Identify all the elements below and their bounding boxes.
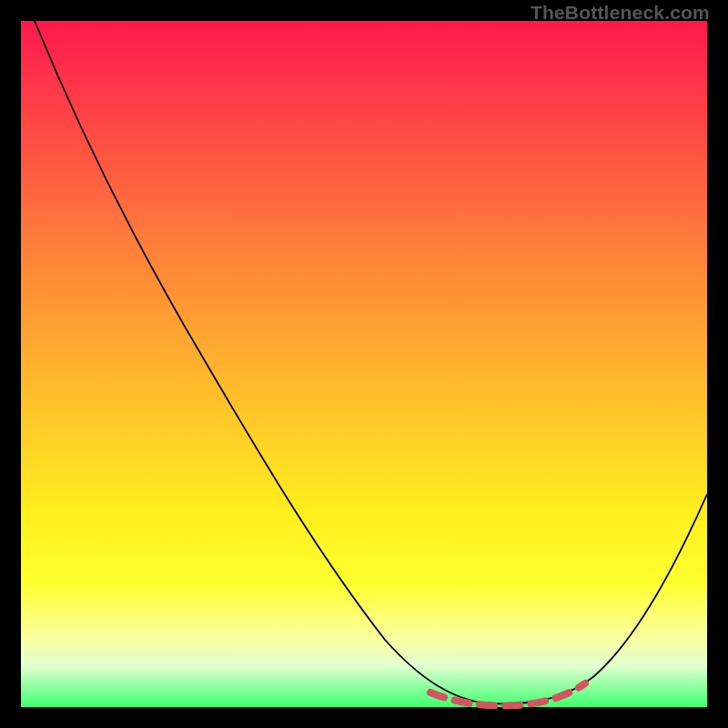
bottleneck-curve [35,21,707,703]
bottleneck-curve-svg [21,21,707,707]
watermark-text: TheBottleneck.com [531,2,710,24]
chart-plot-area [21,21,707,707]
